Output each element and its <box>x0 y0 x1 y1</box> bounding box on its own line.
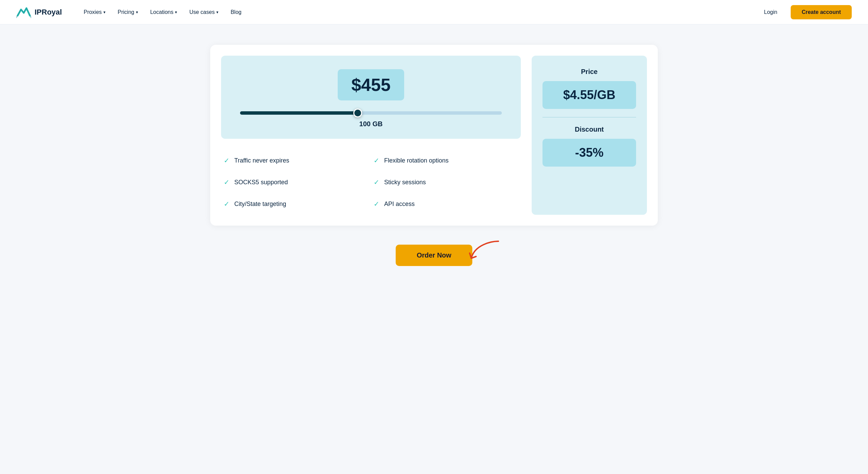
discount-label: Discount <box>575 126 604 133</box>
nav-item-blog[interactable]: Blog <box>225 6 247 18</box>
chevron-down-icon: ▾ <box>216 10 218 15</box>
pricing-card-inner: $455 100 GB ✓ Traffic never expires <box>221 56 647 215</box>
price-label: Price <box>581 68 598 76</box>
feature-sticky-sessions: ✓ Sticky sessions <box>371 171 521 193</box>
feature-label: API access <box>384 201 415 208</box>
chevron-down-icon: ▾ <box>175 10 177 15</box>
total-price-value: $455 <box>351 75 391 95</box>
check-icon: ✓ <box>224 178 230 186</box>
total-price-badge: $455 <box>338 69 404 100</box>
price-per-gb-badge: $4.55/GB <box>542 81 636 109</box>
slider-track <box>240 111 502 115</box>
order-section: Order Now <box>210 245 658 266</box>
nav-item-proxies[interactable]: Proxies ▾ <box>78 6 111 18</box>
gb-label: 100 GB <box>237 120 505 128</box>
features-grid: ✓ Traffic never expires ✓ Flexible rotat… <box>221 150 521 215</box>
nav-item-locations[interactable]: Locations ▾ <box>145 6 183 18</box>
login-button[interactable]: Login <box>758 6 783 18</box>
brand-name: IPRoyal <box>35 8 62 17</box>
check-icon: ✓ <box>374 156 379 165</box>
main-content: $455 100 GB ✓ Traffic never expires <box>197 45 671 266</box>
check-icon: ✓ <box>224 200 230 208</box>
check-icon: ✓ <box>374 200 379 208</box>
feature-traffic-never-expires: ✓ Traffic never expires <box>221 150 371 171</box>
slider-thumb <box>353 109 362 117</box>
feature-label: SOCKS5 supported <box>234 179 288 186</box>
check-icon: ✓ <box>374 178 379 186</box>
right-section: Price $4.55/GB Discount -35% <box>532 56 647 215</box>
check-icon: ✓ <box>224 156 230 165</box>
pricing-card: $455 100 GB ✓ Traffic never expires <box>210 45 658 226</box>
navbar-actions: Login Create account <box>758 5 852 19</box>
feature-label: Traffic never expires <box>234 157 289 164</box>
feature-socks5: ✓ SOCKS5 supported <box>221 171 371 193</box>
nav-item-use-cases[interactable]: Use cases ▾ <box>184 6 224 18</box>
feature-flexible-rotation: ✓ Flexible rotation options <box>371 150 521 171</box>
feature-api-access: ✓ API access <box>371 193 521 215</box>
chevron-down-icon: ▾ <box>103 10 105 15</box>
logo-icon <box>16 6 31 18</box>
feature-city-state-targeting: ✓ City/State targeting <box>221 193 371 215</box>
navbar: IPRoyal Proxies ▾ Pricing ▾ Locations ▾ … <box>0 0 868 24</box>
logo[interactable]: IPRoyal <box>16 6 62 18</box>
price-per-gb-value: $4.55/GB <box>563 88 615 102</box>
feature-label: Sticky sessions <box>384 179 426 186</box>
arrow-wrapper <box>468 238 502 266</box>
feature-label: Flexible rotation options <box>384 157 449 164</box>
left-section: $455 100 GB ✓ Traffic never expires <box>221 56 521 215</box>
main-nav: Proxies ▾ Pricing ▾ Locations ▾ Use case… <box>78 6 759 18</box>
discount-badge: -35% <box>542 139 636 167</box>
slider-wrapper <box>237 111 505 115</box>
create-account-button[interactable]: Create account <box>791 5 852 19</box>
feature-label: City/State targeting <box>234 201 286 208</box>
chevron-down-icon: ▾ <box>136 10 138 15</box>
discount-value: -35% <box>575 146 604 159</box>
slider-section: $455 100 GB <box>221 56 521 139</box>
nav-item-pricing[interactable]: Pricing ▾ <box>112 6 143 18</box>
slider-fill <box>240 111 358 115</box>
order-now-button[interactable]: Order Now <box>396 245 472 266</box>
arrow-icon <box>468 238 502 265</box>
divider <box>542 117 636 117</box>
